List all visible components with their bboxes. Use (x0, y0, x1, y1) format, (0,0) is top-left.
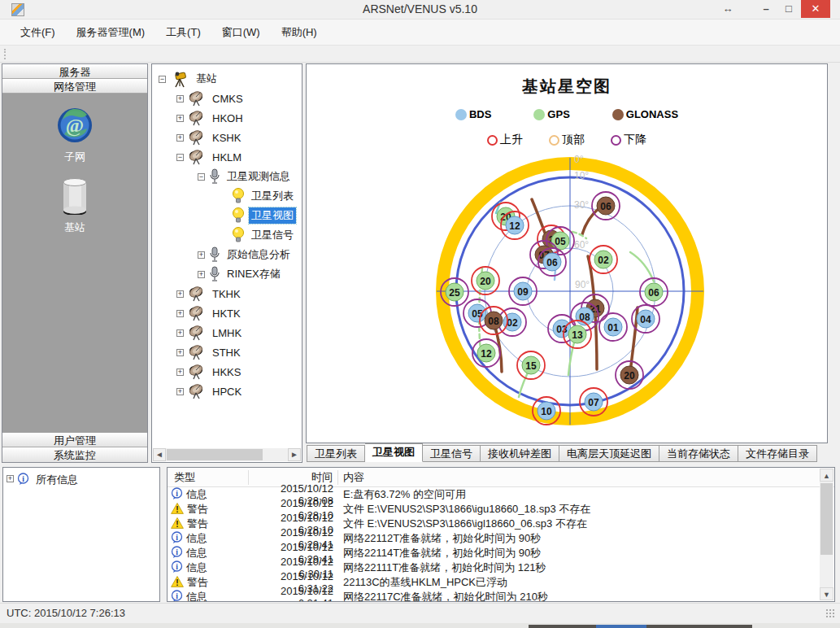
tab-卫星信号[interactable]: 卫星信号 (423, 445, 481, 462)
collapse-icon[interactable]: − (198, 173, 205, 181)
tab-接收机钟差图[interactable]: 接收机钟差图 (481, 445, 559, 462)
scroll-left-icon[interactable]: ◄ (153, 448, 166, 461)
scroll-thumb[interactable] (820, 483, 833, 555)
tree-row-HKLM[interactable]: −HKLM (152, 147, 302, 167)
menu-item-1[interactable]: 服务器管理(M) (67, 22, 155, 43)
window-move-icon[interactable]: ↔ (716, 0, 740, 18)
tree-node-label[interactable]: RINEX存储 (224, 266, 283, 282)
close-button[interactable]: ✕ (801, 0, 830, 18)
tree-node-label[interactable]: STHK (210, 346, 243, 360)
expand-icon[interactable]: + (176, 388, 184, 395)
expand-icon[interactable]: + (176, 134, 184, 142)
tree-row-原始信息分析[interactable]: +原始信息分析 (152, 245, 302, 264)
tree-node-label[interactable]: LMHK (210, 326, 244, 340)
tree-row-STHK[interactable]: +STHK (152, 342, 302, 362)
tree-row-卫星观测信息[interactable]: −卫星观测信息 (152, 167, 302, 186)
tree-row-CMKS[interactable]: +CMKS (152, 89, 302, 108)
tree-node-label[interactable]: HKLM (210, 150, 244, 164)
menu-item-2[interactable]: 工具(T) (157, 22, 210, 43)
satellite-BDS-01[interactable]: 01 (599, 313, 627, 341)
maximize-button[interactable]: □ (777, 0, 800, 18)
menu-item-4[interactable]: 帮助(H) (272, 22, 326, 43)
tree-node-label[interactable]: 原始信息分析 (224, 246, 293, 263)
log-type-label: 信息 (186, 546, 207, 560)
tree-node-label[interactable]: 卫星列表 (249, 188, 296, 204)
tree-node-label[interactable]: HKTK (210, 307, 243, 321)
scroll-thumb[interactable] (167, 449, 263, 460)
tree-row-TKHK[interactable]: +TKHK (152, 284, 302, 303)
tree-node-label[interactable]: 卫星视图 (249, 207, 296, 224)
accordion-section-users[interactable]: 用户管理 (2, 433, 147, 447)
scroll-up-icon[interactable]: ▲ (820, 469, 833, 482)
satellite-GLONASS-20[interactable]: 20 (616, 361, 643, 389)
log-row-7[interactable]: i信息2015/10/12 6:31:41网络22117C准备就绪，初始化时间为… (168, 590, 834, 602)
tab-卫星视图[interactable]: 卫星视图 (365, 443, 423, 462)
tree-node-label[interactable]: KSHK (210, 131, 243, 145)
satellite-GLONASS-06[interactable]: 06 (592, 192, 620, 220)
accordion-section-server[interactable]: 服务器 (2, 64, 147, 79)
expand-icon[interactable]: + (176, 115, 184, 122)
tree-row-KSHK[interactable]: +KSHK (152, 128, 302, 147)
tree-node-label[interactable]: TKHK (210, 287, 243, 301)
tree-row-基站[interactable]: −基站 (152, 69, 302, 89)
expand-icon[interactable]: + (198, 271, 205, 278)
expand-icon[interactable]: + (176, 310, 184, 317)
tree-row-HKKS[interactable]: +HKKS (152, 362, 302, 382)
collapse-icon[interactable]: − (159, 76, 166, 83)
collapse-icon[interactable]: − (176, 154, 184, 161)
dish-icon (187, 305, 207, 321)
satellite-GPS-15[interactable]: 15 (517, 351, 545, 379)
satellite-GPS-20[interactable]: 20 (472, 267, 499, 294)
expand-icon[interactable]: + (176, 95, 184, 102)
column-type[interactable]: 类型 (168, 470, 249, 485)
tree-row-卫星列表[interactable]: 卫星列表 (152, 186, 302, 206)
scroll-down-icon[interactable]: ▼ (820, 587, 833, 600)
scroll-right-icon[interactable]: ► (288, 448, 301, 461)
log-tree-root-label[interactable]: 所有信息 (36, 473, 78, 487)
tree-row-RINEX存储[interactable]: +RINEX存储 (152, 264, 302, 284)
tree-hscrollbar[interactable]: ◄ ► (153, 448, 301, 461)
tree-node-label[interactable]: CMKS (210, 92, 246, 106)
tree-node-label[interactable]: HPCK (210, 385, 244, 399)
accordion-section-network[interactable]: 网络管理 (2, 79, 147, 94)
dish-icon (188, 149, 203, 164)
tree-row-HKTK[interactable]: +HKTK (152, 303, 302, 323)
sidebar-item-subnet[interactable]: @子网 (2, 107, 147, 164)
column-content[interactable]: 内容 (338, 470, 834, 485)
accordion-section-monitor[interactable]: 系统监控 (2, 447, 147, 462)
tree-row-HKOH[interactable]: +HKOH (152, 108, 302, 128)
satellite-prn-label: 12 (509, 220, 520, 232)
menu-item-3[interactable]: 窗口(W) (213, 22, 269, 43)
tab-电离层天顶延迟图[interactable]: 电离层天顶延迟图 (559, 445, 659, 462)
info-icon: i (172, 591, 182, 602)
tree-row-LMHK[interactable]: +LMHK (152, 323, 302, 342)
tree-node-label[interactable]: HKOH (210, 111, 246, 125)
dish-icon (187, 286, 207, 302)
expand-icon[interactable]: + (176, 290, 184, 298)
log-vscrollbar[interactable]: ▲ ▼ (820, 469, 833, 600)
satellite-GPS-02[interactable]: 02 (590, 246, 617, 273)
satellite-GPS-12[interactable]: 12 (472, 339, 500, 367)
tree-node-label[interactable]: 卫星信号 (249, 227, 296, 243)
resize-grip[interactable] (825, 608, 835, 618)
expand-icon[interactable]: + (176, 329, 184, 337)
minimize-button[interactable]: – (755, 0, 777, 18)
tree-row-卫星信号[interactable]: 卫星信号 (152, 225, 302, 245)
expand-icon[interactable]: + (176, 369, 184, 376)
tree-row-HPCK[interactable]: +HPCK (152, 382, 302, 401)
log-content-cell: 网络22112T准备就绪，初始化时间为 90秒 (338, 531, 834, 546)
expander-icon[interactable]: + (7, 475, 14, 482)
sidebar-item-station[interactable]: 基站 (2, 176, 147, 235)
tab-当前存储状态[interactable]: 当前存储状态 (659, 445, 738, 462)
tree-row-卫星视图[interactable]: 卫星视图 (152, 206, 302, 225)
sensor-icon (208, 246, 221, 263)
tab-文件存储目录[interactable]: 文件存储目录 (738, 445, 817, 462)
tree-node-label[interactable]: 基站 (194, 71, 220, 87)
tree-node-label[interactable]: HKKS (210, 365, 243, 379)
toolbar-grip[interactable] (4, 49, 7, 59)
menu-item-0[interactable]: 文件(F) (11, 22, 64, 43)
tab-卫星列表[interactable]: 卫星列表 (307, 445, 365, 462)
expand-icon[interactable]: + (176, 349, 184, 356)
tree-node-label[interactable]: 卫星观测信息 (224, 168, 293, 185)
expand-icon[interactable]: + (198, 251, 205, 259)
